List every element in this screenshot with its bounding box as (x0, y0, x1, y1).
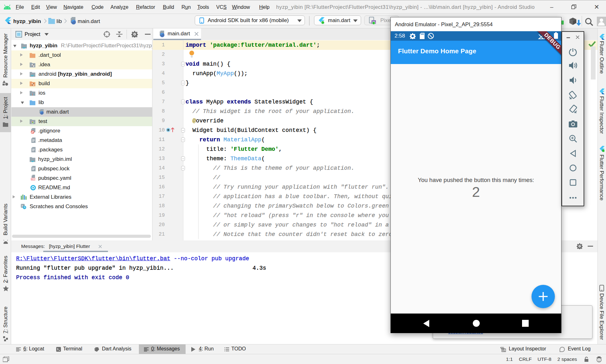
svg-text:YML: YML (31, 178, 36, 180)
